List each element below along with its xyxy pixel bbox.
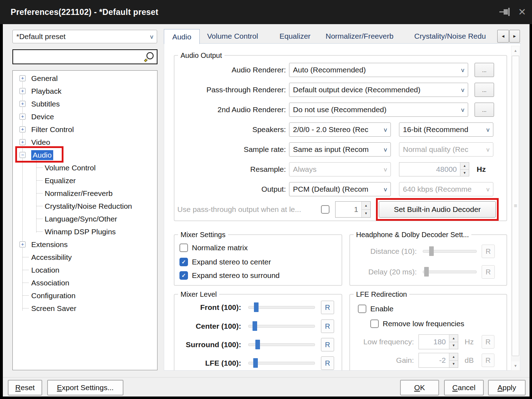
audio-renderer-dropdown[interactable]: Auto (Recommended) v: [289, 63, 468, 77]
tree-item-label: Playback: [31, 86, 61, 96]
group-legend: Headphone & Dolby Decoder Sett...: [354, 230, 471, 239]
tree-item-playback[interactable]: + Playback: [13, 85, 157, 98]
slider-track[interactable]: [248, 362, 315, 365]
export-settings-button[interactable]: Export Settings...: [47, 380, 123, 395]
chevron-down-icon: v: [461, 67, 465, 73]
tree-item-crystality-noise-reduction[interactable]: Crystality/Noise Reduction: [13, 200, 157, 213]
dropdown-value: Same as input (Recom: [293, 145, 382, 154]
dropdown-value: 640 kbps (Recomme: [403, 185, 484, 193]
passthrough-renderer-more-button[interactable]: ...: [475, 83, 494, 97]
lfe-enable-checkbox[interactable]: [358, 305, 366, 313]
expand-plus-icon[interactable]: +: [20, 101, 26, 107]
front-level-slider[interactable]: [248, 300, 315, 315]
second-audio-renderer-more-button[interactable]: ...: [475, 103, 494, 117]
pin-icon[interactable]: [499, 7, 512, 17]
tab-scroll-left-button[interactable]: ◄: [497, 30, 509, 43]
scrollbar-thumb[interactable]: ≡: [512, 56, 519, 356]
apply-button[interactable]: Apply: [488, 380, 526, 395]
slider-thumb[interactable]: [254, 302, 259, 312]
remove-low-frequencies-checkbox[interactable]: [370, 319, 379, 328]
expand-stereo-surround-label[interactable]: Expand stereo to surround: [192, 271, 280, 280]
normalize-matrix-label[interactable]: Normalize matrix: [192, 243, 248, 252]
lfe-level-slider[interactable]: [248, 356, 315, 370]
tree-item-general[interactable]: + General: [13, 72, 157, 85]
sample-rate-dropdown[interactable]: Same as input (Recom v: [289, 142, 391, 157]
set-builtin-audio-decoder-button[interactable]: Set Built-in Audio Decoder: [379, 201, 496, 218]
speakers-dropdown[interactable]: 2/0/0 - 2.0 Stereo (Rec v: [289, 122, 391, 137]
speakers-bitdepth-dropdown[interactable]: 16-bit (Recommend v: [399, 122, 493, 137]
cancel-button[interactable]: Cancel: [444, 380, 484, 395]
tree-item-screen-saver[interactable]: Screen Saver: [13, 302, 157, 315]
tree-item-normalizer-freeverb[interactable]: Normalizer/Freeverb: [13, 187, 157, 200]
scroll-down-icon: ▼: [514, 364, 517, 368]
slider-thumb[interactable]: [253, 321, 257, 331]
normalize-matrix-checkbox[interactable]: [179, 244, 188, 252]
more-label: ...: [482, 107, 487, 113]
tree-item-device[interactable]: + Device: [13, 110, 157, 123]
reset-button[interactable]: Reset: [8, 380, 42, 395]
passthrough-renderer-dropdown[interactable]: Default output device (Recommended) v: [289, 83, 468, 97]
tree-item-association[interactable]: Association: [13, 277, 157, 289]
scroll-down-button[interactable]: ▼: [511, 361, 520, 370]
tab-audio[interactable]: Audio: [164, 29, 200, 44]
audio-renderer-more-button[interactable]: ...: [475, 63, 494, 77]
tree-item-label: Crystality/Noise Reduction: [45, 201, 132, 211]
tab-crystality-noise-reduction[interactable]: Crystality/Noise Redu: [414, 29, 497, 43]
passthrough-min-spinner: 1 ▲ ▼: [335, 201, 371, 218]
collapse-minus-icon[interactable]: −: [20, 152, 26, 158]
tree-item-equalizer[interactable]: Equalizer: [13, 174, 157, 187]
remove-low-frequencies-label[interactable]: Remove low frequencies: [383, 319, 464, 328]
close-icon[interactable]: ✕: [515, 5, 529, 19]
tree-item-configuration[interactable]: Configuration: [13, 289, 157, 302]
tree-item-accessibility[interactable]: Accessibility: [13, 251, 157, 264]
expand-stereo-center-checkbox[interactable]: ✓: [179, 258, 188, 266]
slider-track[interactable]: [248, 325, 315, 328]
tree-item-video[interactable]: + Video: [13, 136, 157, 149]
surround-level-reset-button[interactable]: R: [321, 338, 334, 351]
tree-item-audio[interactable]: − Audio: [13, 149, 157, 162]
second-audio-renderer-dropdown[interactable]: Do not use (Recommended) v: [289, 103, 468, 117]
tree-item-language-sync-other[interactable]: Language/Sync/Other: [13, 213, 157, 225]
tab-scroll-right-button[interactable]: ►: [509, 30, 520, 43]
expand-plus-icon[interactable]: +: [20, 139, 26, 145]
distance-slider: [423, 244, 477, 258]
low-frequency-label: Low frequency:: [356, 334, 414, 349]
tree-item-extensions[interactable]: + Extensions: [13, 238, 157, 251]
scroll-up-button[interactable]: ▲: [511, 46, 520, 55]
tab-volume-control[interactable]: Volume Control: [207, 29, 258, 43]
passthrough-min-checkbox[interactable]: [321, 205, 329, 214]
expand-stereo-center-label[interactable]: Expand stereo to center: [192, 257, 271, 267]
slider-thumb[interactable]: [253, 358, 258, 368]
tree-item-volume-control[interactable]: Volume Control: [13, 162, 157, 174]
slider-thumb[interactable]: [255, 340, 260, 349]
front-level-reset-button[interactable]: R: [321, 301, 334, 314]
passthrough-renderer-label: Pass-through Renderer:: [179, 83, 286, 97]
search-input[interactable]: [12, 49, 157, 64]
expand-plus-icon[interactable]: +: [20, 114, 26, 120]
output-format-dropdown[interactable]: PCM (Default) (Recom v: [289, 182, 391, 196]
ok-button[interactable]: OK: [400, 380, 439, 395]
tree-item-location[interactable]: Location: [13, 264, 157, 277]
center-level-reset-button[interactable]: R: [321, 319, 334, 333]
tab-equalizer[interactable]: Equalizer: [279, 29, 311, 43]
tab-normalizer-freeverb[interactable]: Normalizer/Freeverb: [326, 29, 393, 43]
expand-stereo-surround-checkbox[interactable]: ✓: [179, 271, 188, 280]
lfe-level-reset-button[interactable]: R: [321, 356, 334, 370]
spinner-value: 180: [419, 338, 449, 346]
surround-level-slider[interactable]: [248, 338, 315, 352]
expand-plus-icon[interactable]: +: [20, 88, 26, 94]
tree-item-subtitles[interactable]: + Subtitles: [13, 98, 157, 110]
center-level-slider[interactable]: [248, 319, 315, 333]
dropdown-value: PCM (Default) (Recom: [293, 185, 382, 193]
expand-plus-icon[interactable]: +: [20, 75, 26, 81]
lfe-enable-label[interactable]: Enable: [370, 304, 393, 313]
tree-item-winamp-dsp-plugins[interactable]: Winamp DSP Plugins: [13, 225, 157, 238]
expand-plus-icon[interactable]: +: [20, 126, 26, 132]
scrollbar[interactable]: ▲ ≡ ▼: [511, 46, 520, 371]
reset-label: R: [486, 268, 491, 276]
preset-dropdown[interactable]: *Default preset v: [12, 30, 157, 43]
check-icon: ✓: [182, 259, 186, 265]
delay-slider: [423, 265, 477, 279]
tree-item-filter-control[interactable]: + Filter Control: [13, 123, 157, 136]
expand-plus-icon[interactable]: +: [20, 241, 26, 247]
